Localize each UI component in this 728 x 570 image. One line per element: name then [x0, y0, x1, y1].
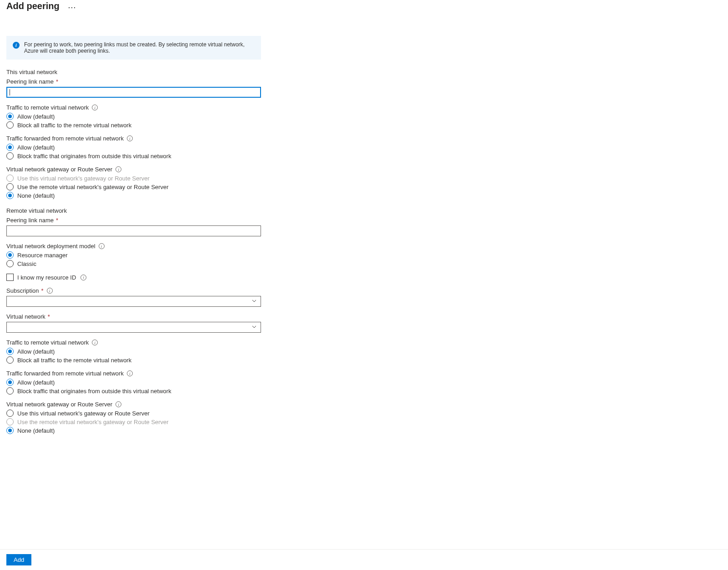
help-icon[interactable]: i [92, 105, 98, 110]
section-remote-vnet: Remote virtual network [6, 207, 722, 214]
page-header: Add peering ⋯ [6, 1, 722, 11]
radio-remote-fwd-block[interactable]: Block traffic that originates from outsi… [6, 387, 722, 395]
help-icon[interactable]: i [115, 166, 121, 172]
chevron-down-icon [251, 324, 257, 331]
help-icon[interactable]: i [127, 370, 133, 376]
help-icon[interactable]: i [99, 243, 105, 249]
label-this-gateway: Virtual network gateway or Route Server … [6, 166, 722, 173]
radio-this-gw-usethis: Use this virtual network's gateway or Ro… [6, 175, 722, 182]
section-this-vnet: This virtual network [6, 69, 722, 75]
label-this-traffic-forwarded: Traffic forwarded from remote virtual ne… [6, 135, 722, 142]
select-subscription[interactable] [6, 296, 261, 307]
label-this-peering-link: Peering link name* [6, 78, 722, 85]
help-icon[interactable]: i [127, 135, 133, 141]
input-remote-peering-link-name[interactable] [6, 225, 261, 236]
label-virtual-network: Virtual network* [6, 313, 722, 320]
label-remote-traffic-forwarded: Traffic forwarded from remote virtual ne… [6, 370, 722, 377]
help-icon[interactable]: i [80, 275, 86, 280]
radio-deploy-rm[interactable]: Resource manager [6, 251, 722, 259]
radio-this-gw-useremote[interactable]: Use the remote virtual network's gateway… [6, 183, 722, 190]
label-deploy-model: Virtual network deployment model i [6, 243, 722, 250]
radio-remote-fwd-allow[interactable]: Allow (default) [6, 379, 722, 386]
radio-this-gw-none[interactable]: None (default) [6, 192, 722, 199]
radio-this-fwd-block[interactable]: Block traffic that originates from outsi… [6, 152, 722, 160]
radio-this-traffic-allow[interactable]: Allow (default) [6, 113, 722, 120]
radio-deploy-classic[interactable]: Classic [6, 260, 722, 267]
page-title: Add peering [6, 1, 60, 11]
info-icon: i [13, 42, 20, 49]
info-banner-text: For peering to work, two peering links m… [24, 41, 255, 54]
chevron-down-icon [251, 298, 257, 305]
input-this-peering-link-name[interactable] [6, 87, 261, 98]
checkbox-know-resource-id[interactable]: I know my resource ID i [6, 274, 722, 281]
label-this-traffic-to-remote: Traffic to remote virtual network i [6, 104, 722, 111]
radio-this-traffic-block[interactable]: Block all traffic to the remote virtual … [6, 121, 722, 129]
radio-remote-gw-usethis[interactable]: Use this virtual network's gateway or Ro… [6, 410, 722, 417]
radio-remote-gw-none[interactable]: None (default) [6, 427, 722, 434]
help-icon[interactable]: i [47, 288, 53, 294]
help-icon[interactable]: i [92, 340, 98, 345]
label-remote-gateway: Virtual network gateway or Route Server … [6, 401, 722, 408]
label-remote-peering-link: Peering link name* [6, 217, 722, 224]
radio-remote-gw-useremote: Use the remote virtual network's gateway… [6, 418, 722, 425]
label-subscription: Subscription* i [6, 287, 722, 294]
radio-remote-traffic-allow[interactable]: Allow (default) [6, 348, 722, 355]
label-remote-traffic-to-remote: Traffic to remote virtual network i [6, 339, 722, 346]
select-virtual-network[interactable] [6, 322, 261, 333]
radio-this-fwd-allow[interactable]: Allow (default) [6, 144, 722, 151]
more-icon[interactable]: ⋯ [68, 3, 76, 11]
help-icon[interactable]: i [115, 401, 121, 407]
info-banner: i For peering to work, two peering links… [6, 36, 261, 60]
radio-remote-traffic-block[interactable]: Block all traffic to the remote virtual … [6, 356, 722, 364]
